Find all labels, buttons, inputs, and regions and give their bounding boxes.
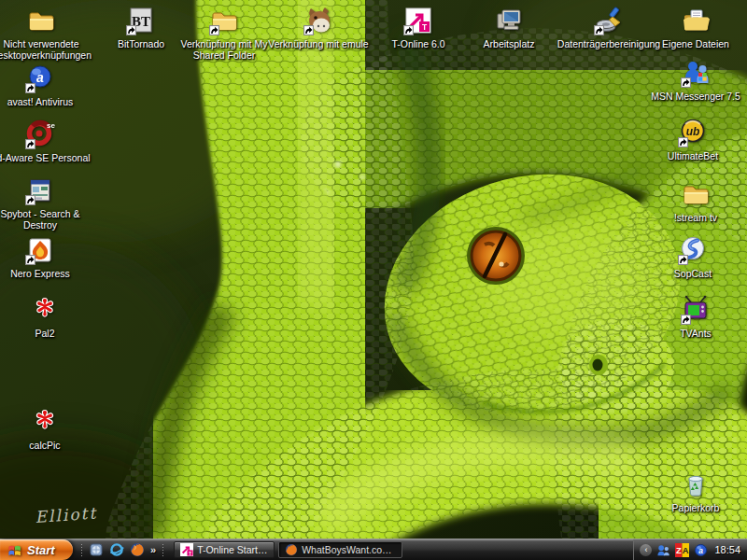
shortcut-arrow-icon (681, 315, 691, 325)
desktop-icon-arbeitsplatz[interactable]: Arbeitsplatz (464, 6, 554, 49)
quick-launch-overflow-chevron[interactable]: » (150, 544, 156, 555)
toolbar-drag-handle[interactable] (162, 543, 164, 556)
desktop-icon-tvants[interactable]: TVAnts (651, 295, 740, 339)
wallpaper-snake-image: Elliott (0, 0, 747, 539)
desktop-icon-label: Papierkorb (643, 502, 747, 513)
desktop-icon-msn-messenger[interactable]: MSN Messenger 7.5 (651, 58, 740, 102)
start-label: Start (27, 543, 55, 557)
shortcut-arrow-icon (25, 195, 35, 205)
t-online-icon: T (403, 6, 433, 35)
desktop-icon-label: T-Online 6.0 (366, 38, 471, 49)
svg-text:Z: Z (676, 546, 682, 555)
unused-shortcuts-icon (26, 6, 56, 35)
svg-text:T: T (422, 22, 428, 32)
avast-icon[interactable]: a (694, 543, 708, 557)
sopcast-icon (678, 235, 708, 265)
toolbar-drag-handle[interactable] (80, 543, 83, 556)
ultimatebet-icon: ub (678, 118, 708, 147)
screen: Elliott Nicht verwendete Desktopverknüpf… (0, 0, 747, 560)
desktop-icon-avast-antivirus[interactable]: aavast! Antivirus (0, 63, 85, 107)
spybot-icon (25, 175, 55, 205)
svg-text:se: se (47, 121, 55, 130)
ad-aware-icon: se (25, 119, 55, 149)
svg-text:A: A (683, 546, 689, 555)
datentraegerbereinigung-icon (594, 6, 624, 35)
desktop-icon-datentraegerbereinigung[interactable]: Datenträgerbereinigung (564, 6, 654, 49)
taskbar-button-0[interactable]: TT-Online StartCenter ... (174, 541, 275, 558)
desktop-icon-label: Verknüpfung mit My Shared Folder (172, 38, 276, 61)
desktop-icon-nero-express[interactable]: Nero Express (0, 235, 85, 279)
desktop-icon-stream-tv[interactable]: !stream tv (651, 179, 740, 223)
desktop-icon-t-online[interactable]: TT-Online 6.0 (374, 6, 463, 49)
desktop-icon-label: Arbeitsplatz (457, 38, 561, 49)
desktop-icon-spybot[interactable]: Spybot - Search & Destroy (0, 175, 85, 231)
zonealarm-icon[interactable]: ZA (675, 543, 689, 557)
shortcut-arrow-icon (209, 25, 219, 35)
windows-logo-icon (7, 543, 23, 557)
desktop-icon-label: Eigene Dateien (643, 38, 747, 49)
desktop-icon-label: Verknüpfung mit emule (266, 38, 371, 49)
desktop[interactable]: Elliott Nicht verwendete Desktopverknüpf… (0, 0, 747, 539)
tray-collapse-chevron[interactable]: ‹ (640, 544, 652, 556)
desktop-icon-label: UltimateBet (641, 150, 745, 161)
taskbar-button-label: WhatBoysWant.com ... (302, 544, 396, 555)
bittornado-icon: BT (126, 6, 156, 35)
firefox-icon (285, 543, 298, 556)
arbeitsplatz-icon (494, 6, 524, 35)
shortcut-arrow-icon (25, 139, 35, 149)
taskbar-button-active[interactable]: WhatBoysWant.com ... (278, 541, 402, 558)
shortcut-arrow-icon (303, 25, 314, 35)
desktop-icon-label: !stream tv (643, 212, 747, 223)
task-button-area: TT-Online StartCenter ...WhatBoysWant.co… (170, 539, 633, 560)
svg-text:ub: ub (686, 125, 700, 138)
snake-eye (467, 227, 525, 285)
system-tray: ‹ ZA a 18:54 (633, 539, 747, 560)
shortcut-arrow-icon (678, 255, 688, 265)
shortcut-arrow-icon (25, 255, 35, 265)
desktop-icon-label: SopCast (641, 268, 745, 279)
svg-text:a: a (36, 70, 44, 85)
start-button[interactable]: Start (0, 539, 73, 560)
svg-text:a: a (699, 545, 704, 554)
shortcut-arrow-icon (678, 137, 688, 147)
desktop-icon-sopcast[interactable]: SopCast (648, 235, 738, 279)
quick-launch-bar: » (73, 539, 170, 560)
eigene-dateien-icon (681, 6, 711, 35)
desktop-icon-pal2[interactable]: Pal2 (0, 295, 90, 339)
taskbar: Start » TT-Online StartCenter ...WhatBoy… (0, 539, 747, 560)
msn-messenger-icon (681, 58, 711, 88)
desktop-icon-label: Nicht verwendete Desktopverknüpfungen (0, 38, 93, 61)
emule-icon (303, 6, 333, 35)
my-shared-folder-icon (209, 6, 239, 35)
internet-explorer-icon[interactable] (109, 542, 124, 557)
papierkorb-icon (681, 469, 711, 499)
firefox-icon[interactable] (130, 542, 145, 557)
tvants-icon (681, 295, 711, 325)
shortcut-arrow-icon (681, 77, 691, 88)
clock[interactable]: 18:54 (712, 544, 740, 555)
messenger-icon[interactable] (656, 543, 670, 557)
desktop-icon-label: Spybot - Search & Destroy (0, 208, 92, 231)
taskbar-button-label: T-Online StartCenter ... (197, 544, 268, 555)
nero-express-icon (25, 235, 55, 265)
desktop-icon-label: Nero Express (0, 268, 92, 279)
desktop-icon-papierkorb[interactable]: Papierkorb (651, 469, 740, 513)
desktop-icon-my-shared-folder[interactable]: Verknüpfung mit My Shared Folder (179, 6, 269, 61)
shortcut-arrow-icon (594, 25, 604, 35)
desktop-icon-ad-aware[interactable]: seAd-Aware SE Personal (0, 119, 85, 163)
desktop-icon-label: avast! Antivirus (0, 96, 92, 107)
avast-antivirus-icon: a (25, 63, 55, 93)
app-globe-icon[interactable] (89, 542, 104, 557)
desktop-icon-label: TVAnts (643, 328, 747, 339)
desktop-icon-unused-shortcuts[interactable]: Nicht verwendete Desktopverknüpfungen (0, 6, 86, 61)
desktop-icon-eigene-dateien[interactable]: Eigene Dateien (651, 6, 740, 49)
desktop-icon-emule[interactable]: Verknüpfung mit emule (274, 6, 363, 49)
desktop-icon-ultimatebet[interactable]: ubUltimateBet (648, 118, 738, 161)
shortcut-arrow-icon (126, 25, 136, 35)
shortcut-arrow-icon (403, 25, 414, 35)
calcpic-icon (30, 407, 60, 437)
shortcut-arrow-icon (25, 83, 35, 93)
desktop-icon-calcpic[interactable]: calcPic (0, 407, 90, 451)
pal2-icon (30, 295, 60, 325)
desktop-icon-label: Ad-Aware SE Personal (0, 152, 92, 163)
